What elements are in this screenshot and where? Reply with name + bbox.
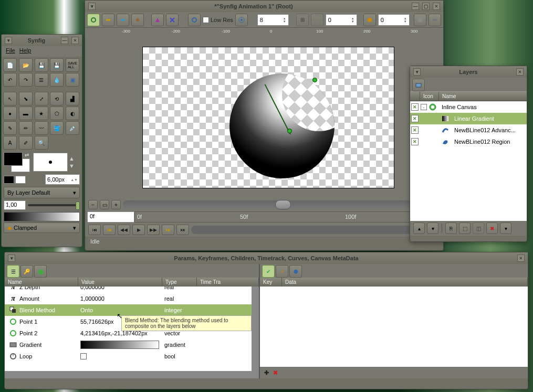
param-value[interactable] [78, 353, 162, 359]
layer-visible-checkbox[interactable]: ✕ [411, 126, 419, 134]
blend-mode-dropdown[interactable]: By Layer Default▾ [4, 187, 80, 198]
raise-layer-button[interactable]: ▴ [413, 223, 425, 234]
polygon-tool[interactable]: ⬠ [50, 107, 64, 120]
layer-row[interactable]: ✕NewBLine012 Advanc... [410, 124, 527, 136]
gradient-tool[interactable]: ◐ [66, 107, 79, 120]
metadata-tab[interactable]: ⬣ [289, 265, 302, 278]
gradient-preview[interactable] [4, 212, 80, 221]
layer-visible-checkbox[interactable]: ✕ [411, 115, 419, 122]
redo-button[interactable]: ↷ [19, 73, 33, 87]
new-button[interactable]: 📄 [3, 58, 17, 72]
param-value[interactable]: 1,000000 [78, 295, 162, 302]
play-button[interactable]: ▶ [132, 225, 145, 235]
grid-x-input[interactable]: 0▲▼ [326, 14, 357, 26]
children-tab[interactable]: ⬤ [34, 265, 47, 278]
zoom-out-button[interactable]: − [88, 200, 98, 209]
name-column[interactable]: Name [438, 92, 527, 101]
param-row[interactable]: Gradientgradient [5, 339, 252, 351]
close-button[interactable]: × [517, 255, 525, 262]
close-button[interactable]: × [71, 37, 79, 44]
grid-show-button[interactable]: ⊞ [296, 14, 309, 26]
fill-tool[interactable]: 🪣 [50, 121, 64, 135]
maximize-button[interactable]: ▢ [422, 3, 430, 10]
param-value[interactable]: 0,000000 [78, 287, 162, 290]
fg-color-swatch[interactable] [4, 152, 23, 166]
gradient-handle-end[interactable] [312, 78, 317, 82]
width-tool[interactable]: 〰 [35, 121, 48, 135]
delete-layer-button[interactable]: ✖ [486, 223, 498, 234]
params-hscroll[interactable] [5, 371, 259, 378]
text-tool[interactable]: A [3, 136, 17, 150]
preview-button[interactable] [151, 14, 164, 26]
gradient-handle-start[interactable] [287, 129, 292, 133]
zoom-in-button[interactable]: + [111, 200, 121, 209]
rectangle-tool[interactable]: ▬ [19, 107, 33, 120]
save-button[interactable]: 💾 [35, 58, 48, 72]
params-titlebar[interactable]: ▾ Params, Keyframes, Children, Timetrack… [5, 252, 528, 264]
metadata-list[interactable] [260, 287, 528, 367]
file-menu[interactable]: File [6, 47, 15, 56]
mini-bg[interactable] [15, 176, 26, 184]
preview-button[interactable]: ▣ [66, 73, 79, 87]
zoom-slider[interactable] [123, 200, 440, 209]
prev-frame-button[interactable]: ◀◀ [118, 225, 130, 235]
onion-skin-button[interactable] [87, 14, 100, 26]
scale-tool[interactable]: ⤢ [35, 92, 48, 105]
params-tab[interactable]: ☰ [7, 265, 19, 278]
close-button[interactable]: × [433, 3, 440, 10]
keyframes-tab[interactable]: 🔑 [20, 265, 33, 278]
layer-menu-button[interactable]: ▾ [500, 223, 511, 234]
smooth-move-tool[interactable]: ⬊ [19, 92, 33, 105]
interpolation-dropdown[interactable]: ◆Clamped ▾ [4, 223, 80, 233]
animate-mode-button[interactable] [429, 14, 441, 26]
param-row[interactable]: Blend MethodOntointeger [5, 304, 252, 316]
opacity-slider[interactable] [28, 204, 80, 206]
layers-titlebar[interactable]: ▾ Layers × [410, 66, 527, 78]
close-button[interactable]: × [516, 68, 524, 76]
render-button[interactable]: 💧 [50, 73, 64, 87]
param-row[interactable]: πAmount1,000000real [5, 293, 252, 304]
grid-y-input[interactable]: 0▲▼ [378, 14, 410, 26]
toolbox-titlebar[interactable]: ▾ Synfig — × [2, 35, 82, 46]
gradient-circle-shape[interactable] [229, 73, 335, 178]
timetrack-tab[interactable]: ✔ [262, 265, 275, 278]
next-keyframe-button[interactable]: ⏭ [162, 225, 174, 235]
mirror-tool[interactable]: ▟ [66, 92, 79, 105]
open-button[interactable]: 📂 [19, 58, 33, 72]
mini-fg[interactable] [4, 176, 14, 184]
lowres-quality-button[interactable] [235, 14, 248, 26]
param-value[interactable] [78, 341, 162, 349]
zoom-fit-button[interactable]: ▭ [100, 200, 109, 209]
duck-toggle-button[interactable] [414, 14, 426, 26]
saveall-button[interactable]: SAVEALL [66, 58, 79, 72]
window-menu-icon[interactable]: ▾ [8, 255, 15, 262]
opacity-input[interactable]: 1,00 [4, 200, 26, 210]
prev-keyframe-button[interactable]: ⏮ [103, 225, 116, 235]
swap-colors-icon[interactable]: ⇄ [25, 152, 29, 158]
playback-slider[interactable] [191, 226, 440, 234]
sketch-tool[interactable]: ✐ [19, 136, 33, 150]
canvas-browse-button[interactable] [412, 79, 425, 91]
layer-row[interactable]: ✕Linear Gradient [410, 113, 527, 124]
window-menu-icon[interactable]: ▾ [88, 3, 96, 10]
transform-tool[interactable]: ↖ [3, 92, 17, 105]
duplicate-layer-button[interactable]: ⎘ [445, 223, 457, 234]
layer-expand-icon[interactable]: - [421, 104, 427, 110]
render-button[interactable] [166, 14, 179, 26]
param-row[interactable]: πZ Depth0,000000real [5, 287, 252, 293]
time-ruler[interactable]: 0f 50f 100f [134, 211, 430, 223]
minimize-button[interactable]: — [412, 3, 419, 10]
eyedropper-tool[interactable]: 💉 [66, 121, 79, 135]
seek-start-button[interactable]: ⏮ [88, 225, 101, 235]
draw-tool[interactable]: ✏ [19, 121, 33, 135]
seek-end-button[interactable]: ⏭ [176, 225, 189, 235]
future-onion-button[interactable] [117, 14, 129, 26]
bline-tool[interactable]: ✎ [3, 121, 17, 135]
props-button[interactable]: ☰ [35, 73, 48, 87]
help-menu[interactable]: Help [19, 47, 32, 56]
refresh-button[interactable] [188, 14, 201, 26]
undo-button[interactable]: ↶ [3, 73, 17, 87]
grid-snap-button[interactable] [311, 14, 323, 26]
params-list[interactable]: πZ Depth0,000000realπAmount1,000000realB… [5, 287, 252, 371]
layer-visible-checkbox[interactable]: ✕ [411, 138, 419, 145]
